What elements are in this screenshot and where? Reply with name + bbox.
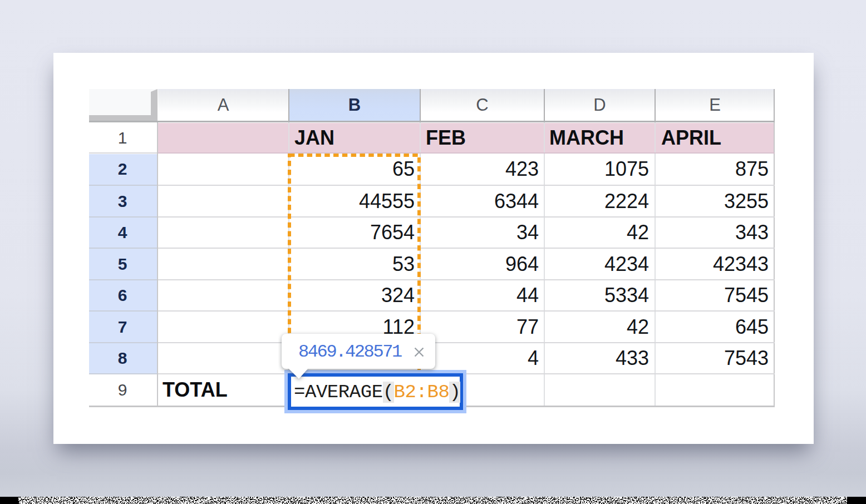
svg-text:8469.428571: 8469.428571 [298, 342, 402, 362]
